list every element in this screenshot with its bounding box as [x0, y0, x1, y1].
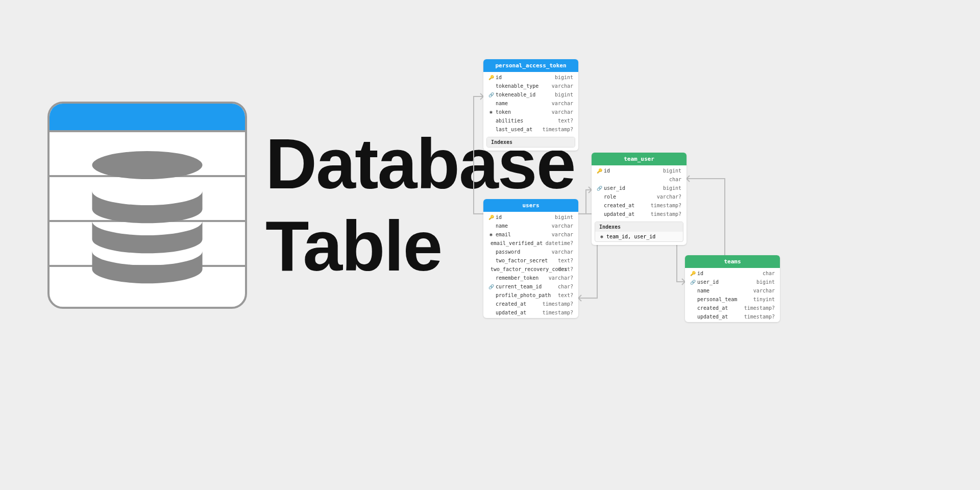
column-row[interactable]: updated_attimestamp? [685, 312, 780, 321]
column-row[interactable]: profile_photo_pathtext? [483, 291, 578, 300]
column-row[interactable]: updated_attimestamp? [592, 210, 687, 218]
indexes-header: Indexes [595, 222, 683, 232]
pk-icon: 🔑 [488, 75, 494, 80]
column-row[interactable]: 🔗current_team_idchar? [483, 282, 578, 291]
erd-table-users[interactable]: users🔑idbigintnamevarchar❄emailvarcharem… [483, 199, 578, 318]
column-row[interactable]: last_used_attimestamp? [483, 125, 578, 134]
column-type: varchar [753, 288, 775, 293]
indexes-box: Indexes [486, 137, 575, 148]
column-row[interactable]: two_factor_secrettext? [483, 256, 578, 265]
column-name: current_team_id [496, 284, 542, 289]
column-row[interactable]: 🔑idbigint [483, 73, 578, 82]
column-row[interactable]: 🔗user_idbigint [685, 278, 780, 286]
column-type: char [763, 271, 775, 276]
column-type: char [669, 177, 681, 182]
column-name: password [496, 249, 520, 255]
index-row[interactable]: ❄team_id, user_id [595, 232, 683, 241]
table-header[interactable]: users [483, 199, 578, 212]
table-body: 🔑idbiginttokenable_typevarchar🔗tokeneabl… [483, 72, 578, 135]
column-row[interactable]: ❄tokenvarchar [483, 108, 578, 116]
erd-table-teams[interactable]: teams🔑idchar🔗user_idbigintnamevarcharper… [685, 255, 780, 322]
column-name: id [496, 75, 502, 80]
column-type: timestamp? [543, 127, 573, 132]
column-name: name [697, 288, 709, 293]
column-type: varchar [552, 249, 573, 255]
column-type: bigint [555, 92, 573, 97]
column-row[interactable]: two_factor_recovery_codestext? [483, 265, 578, 274]
column-name: abilities [496, 118, 523, 124]
database-cylinder-icon [50, 104, 245, 307]
pk-icon: 🔑 [488, 215, 494, 220]
column-row[interactable]: 🔑idbigint [483, 213, 578, 222]
column-type: tinyint [753, 297, 775, 302]
column-type: varchar? [657, 194, 681, 200]
column-row[interactable]: rolevarchar? [592, 192, 687, 201]
column-type: timestamp? [744, 314, 775, 320]
column-row[interactable]: 🔗tokeneable_idbigint [483, 90, 578, 99]
column-name: remember_token [496, 275, 538, 281]
column-name: email [496, 232, 511, 237]
column-type: timestamp? [543, 310, 573, 315]
column-type: text? [558, 292, 573, 298]
column-row[interactable]: char [592, 175, 687, 184]
column-type: varchar [552, 83, 573, 89]
erd-table-team_user[interactable]: team_user🔑idbigintchar🔗user_idbigintrole… [592, 153, 687, 245]
unique-icon: ❄ [488, 110, 494, 115]
column-row[interactable]: created_attimestamp? [592, 201, 687, 210]
column-name: created_at [697, 305, 728, 311]
column-row[interactable]: 🔗user_idbigint [592, 184, 687, 192]
column-row[interactable]: personal_teamtinyint [685, 295, 780, 304]
column-name: role [604, 194, 616, 200]
table-header[interactable]: personal_access_token [483, 59, 578, 72]
column-type: varchar [552, 109, 573, 115]
table-header[interactable]: teams [685, 255, 780, 268]
column-name: token [496, 109, 511, 115]
column-type: varchar? [549, 275, 573, 281]
column-row[interactable]: namevarchar [483, 99, 578, 108]
column-row[interactable]: email_verified_atdatetime? [483, 239, 578, 248]
unique-icon: ❄ [599, 234, 604, 239]
column-row[interactable]: 🔑idchar [685, 269, 780, 278]
column-row[interactable]: passwordvarchar [483, 248, 578, 256]
column-name: id [496, 214, 502, 220]
column-type: bigint [663, 168, 681, 174]
column-row[interactable]: 🔑idbigint [592, 166, 687, 175]
column-name: email_verified_at [491, 240, 543, 246]
column-name: id [604, 168, 610, 174]
column-row[interactable]: abilitiestext? [483, 116, 578, 125]
column-type: text? [558, 118, 573, 124]
column-type: bigint [756, 279, 775, 285]
unique-icon: ❄ [488, 232, 494, 237]
column-row[interactable]: namevarchar [685, 286, 780, 295]
indexes-header: Indexes [487, 137, 575, 147]
column-type: bigint [663, 185, 681, 191]
column-type: timestamp? [651, 203, 681, 208]
column-name: last_used_at [496, 127, 532, 132]
column-name: id [697, 271, 703, 276]
database-table-logo [47, 102, 247, 309]
table-body: 🔑idbigintnamevarchar❄emailvarcharemail_v… [483, 212, 578, 318]
indexes-box: Indexes❄team_id, user_id [595, 222, 683, 242]
column-type: char? [558, 284, 573, 289]
column-row[interactable]: created_attimestamp? [685, 304, 780, 312]
column-row[interactable]: updated_attimestamp? [483, 308, 578, 317]
fk-icon: 🔗 [597, 186, 602, 191]
column-type: varchar [552, 223, 573, 229]
column-row[interactable]: created_attimestamp? [483, 300, 578, 308]
column-type: datetime? [546, 240, 573, 246]
column-name: tokeneable_id [496, 92, 535, 97]
column-row[interactable]: tokenable_typevarchar [483, 82, 578, 90]
column-type: varchar [552, 232, 573, 237]
erd-table-personal_access_token[interactable]: personal_access_token🔑idbiginttokenable_… [483, 59, 578, 151]
index-text: team_id, user_id [606, 234, 655, 239]
table-header[interactable]: team_user [592, 153, 687, 165]
column-row[interactable]: remember_tokenvarchar? [483, 274, 578, 282]
column-row[interactable]: namevarchar [483, 222, 578, 230]
column-name: updated_at [496, 310, 526, 315]
column-name: name [496, 223, 508, 229]
pk-icon: 🔑 [690, 271, 695, 276]
column-type: text? [558, 258, 573, 263]
column-row[interactable]: ❄emailvarchar [483, 230, 578, 239]
fk-icon: 🔗 [488, 284, 494, 289]
column-name: user_id [697, 279, 719, 285]
